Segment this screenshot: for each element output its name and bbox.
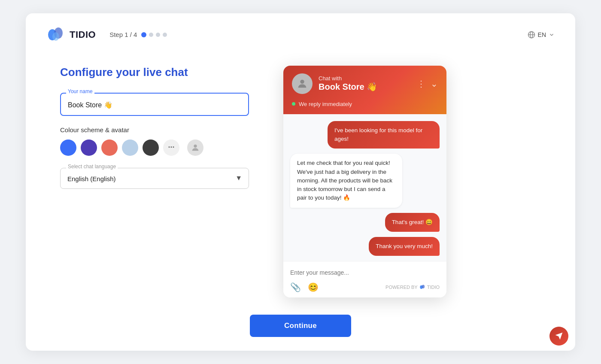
step-indicator: Step 1 / 4 [109,31,167,38]
message-2: Let me check that for you real quick! We… [290,154,402,207]
color-swatch-coral[interactable] [101,140,118,156]
continue-button[interactable]: Continue [250,315,351,337]
powered-by: POWERED BY TIDIO [385,284,440,290]
colour-section: Colour scheme & avatar ··· [60,126,249,156]
step-dot-2 [149,33,153,37]
color-swatches: ··· [60,140,249,156]
color-swatch-dark[interactable] [143,140,159,156]
step-dot-4 [163,33,167,37]
chat-avatar-icon [296,78,308,90]
chat-input-wrapper: 📎 😊 POWERED BY TIDIO [290,267,440,292]
svg-point-6 [194,145,197,148]
chat-title-block: Chat with Book Store 👋 [319,75,377,92]
svg-point-7 [300,80,304,84]
color-swatch-lightblue[interactable] [122,140,138,156]
logo-area: TIDIO [46,25,96,44]
message-4: Thank you very much! [369,237,440,256]
language-select[interactable]: English (English) Spanish (Español) Fren… [60,168,249,189]
step-label: Step 1 / 4 [109,31,137,38]
step-dots [141,32,167,37]
status-text: We reply immediately [299,101,352,107]
status-dot [292,102,295,106]
chat-widget: Chat with Book Store 👋 ⋮ ⌄ We reply imme… [283,66,446,297]
chat-header-actions: ⋮ ⌄ [417,79,438,89]
attach-icon[interactable]: 📎 [290,282,301,292]
chat-more-icon[interactable]: ⋮ [417,79,425,89]
content-area: Configure your live chat Your name Colou… [26,53,575,306]
step-dot-1 [141,32,146,37]
chat-header-top: Chat with Book Store 👋 ⋮ ⌄ [292,73,438,94]
color-swatch-purple[interactable] [81,140,97,156]
name-field-label: Your name [66,88,94,94]
name-input[interactable] [60,93,249,116]
emoji-icon[interactable]: 😊 [308,282,319,292]
chevron-down-icon [549,32,555,38]
language-select-group: Select chat language English (English) S… [60,168,249,189]
svg-point-9 [422,285,424,288]
powered-by-brand: TIDIO [427,285,440,290]
avatar-icon [191,143,200,152]
lang-label: EN [538,31,546,38]
step-dot-3 [156,33,160,37]
language-select-label: Select chat language [66,164,118,170]
left-panel: Configure your live chat Your name Colou… [60,66,249,189]
tidio-logo-icon [46,25,65,44]
color-swatch-blue[interactable] [60,140,76,156]
color-swatch-more[interactable]: ··· [163,140,179,156]
language-selector[interactable]: EN [528,31,555,39]
colour-label: Colour scheme & avatar [60,126,249,133]
globe-icon [528,31,535,39]
footer: Continue [26,306,575,351]
right-panel: Chat with Book Store 👋 ⋮ ⌄ We reply imme… [283,66,446,297]
powered-by-text: POWERED BY [385,285,418,290]
header: TIDIO Step 1 / 4 EN [26,13,575,53]
main-card: TIDIO Step 1 / 4 EN [26,13,575,351]
page-title: Configure your live chat [60,66,249,79]
svg-point-2 [52,32,59,41]
logo-text: TIDIO [70,29,96,40]
message-1: I've been looking for this model for age… [328,121,440,149]
tidio-mini-logo [419,284,425,290]
chat-header: Chat with Book Store 👋 ⋮ ⌄ We reply imme… [283,66,446,114]
chat-store-name: Book Store 👋 [319,82,377,92]
chat-with-text: Chat with [319,75,377,82]
chat-avatar [292,73,313,94]
chat-input-area: 📎 😊 POWERED BY TIDIO [283,261,446,297]
chat-messages: I've been looking for this model for age… [283,114,446,261]
message-3: That's great! 😄 [385,213,440,232]
chat-message-input[interactable] [290,267,440,279]
chat-input-actions: 📎 😊 POWERED BY TIDIO [290,282,440,292]
chat-avatar-title: Chat with Book Store 👋 [292,73,377,94]
chat-status-bar: We reply immediately [292,99,438,108]
avatar-swatch[interactable] [187,140,203,156]
name-field-group: Your name [60,93,249,116]
chat-input-icons: 📎 😊 [290,282,319,292]
chat-minimize-icon[interactable]: ⌄ [431,79,438,89]
